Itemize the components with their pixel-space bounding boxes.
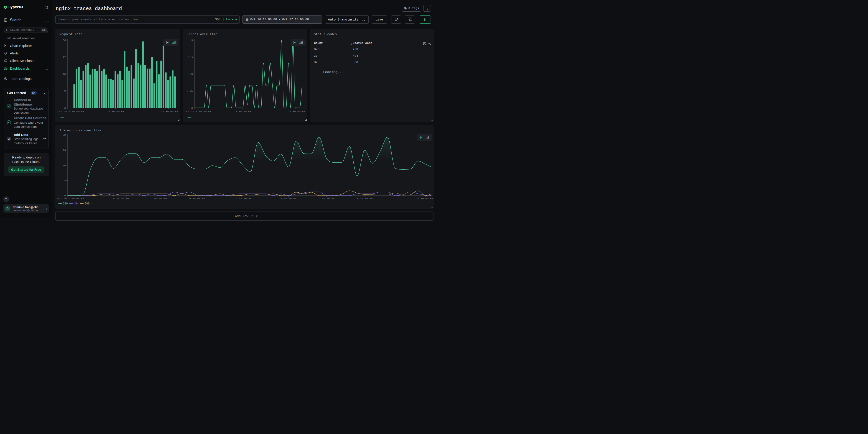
svg-text:27: 27 (63, 56, 66, 59)
svg-text:9:30:00 PM: 9:30:00 PM (189, 197, 205, 200)
svg-text:200: 200 (63, 202, 68, 206)
svg-text:8: 8 (64, 179, 66, 182)
svg-text:Oct 26 1:00:00 PM: Oct 26 1:00:00 PM (57, 197, 84, 200)
svg-text:12:30:00 PM: 12:30:00 PM (161, 110, 178, 113)
svg-text:4:30:00 PM: 4:30:00 PM (113, 197, 129, 200)
svg-text:404: 404 (73, 202, 79, 206)
svg-text:24: 24 (63, 149, 66, 152)
svg-text:3:30:00 AM: 3:30:00 AM (281, 197, 296, 200)
svg-text:12:30:00 PM: 12:30:00 PM (416, 197, 433, 200)
svg-text:12:30:00 PM: 12:30:00 PM (288, 110, 305, 113)
svg-text:8:30:00 AM: 8:30:00 AM (357, 197, 373, 200)
svg-text:36: 36 (63, 39, 66, 42)
svg-text:32: 32 (63, 133, 66, 136)
svg-text:0.75: 0.75 (186, 90, 193, 92)
svg-text:11:30:00 PM: 11:30:00 PM (107, 110, 124, 113)
svg-text:16: 16 (63, 164, 66, 167)
svg-text:1.5: 1.5 (188, 72, 193, 75)
svg-text:0: 0 (64, 106, 66, 109)
svg-text:11:30:00 PM: 11:30:00 PM (234, 110, 251, 113)
svg-text:12:30:00 AM: 12:30:00 AM (234, 197, 251, 200)
svg-text:Oct 26 1:00:00 PM: Oct 26 1:00:00 PM (184, 110, 211, 113)
svg-text:6:00:00 AM: 6:00:00 AM (318, 197, 334, 200)
svg-text:0: 0 (191, 106, 193, 109)
svg-text:9: 9 (64, 90, 66, 92)
svg-text:3: 3 (191, 39, 193, 42)
svg-text:Oct 26 1:00:00 PM: Oct 26 1:00:00 PM (57, 110, 84, 113)
svg-text:18: 18 (63, 72, 66, 75)
svg-text:2.3: 2.3 (188, 56, 193, 59)
svg-text:500: 500 (85, 202, 90, 206)
svg-text:7:00:00 PM: 7:00:00 PM (151, 197, 167, 200)
